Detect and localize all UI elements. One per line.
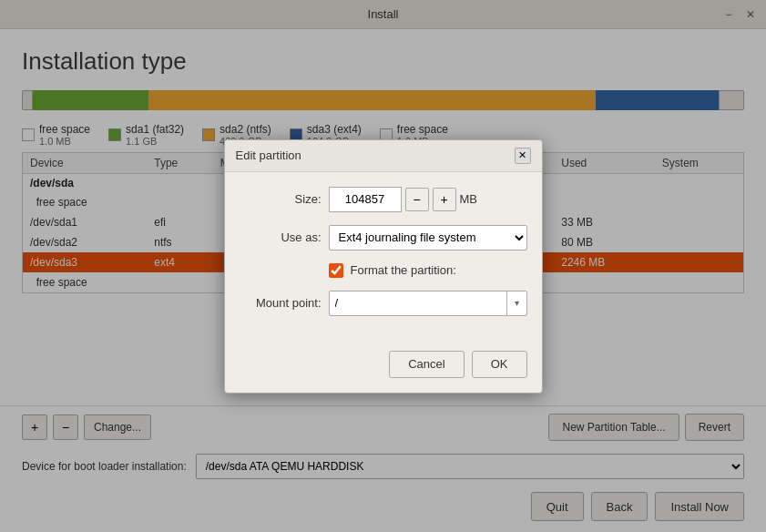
size-row: Size: − + MB bbox=[240, 187, 527, 212]
modal-body: Size: − + MB Use as: Ext4 journaling fil… bbox=[225, 172, 542, 343]
mount-point-label: Mount point: bbox=[240, 296, 322, 310]
modal-close-button[interactable]: ✕ bbox=[515, 148, 531, 164]
size-label: Size: bbox=[240, 192, 322, 206]
use-as-row: Use as: Ext4 journaling file system bbox=[240, 225, 527, 251]
format-partition-checkbox[interactable] bbox=[329, 263, 343, 278]
modal-footer: Cancel OK bbox=[225, 343, 542, 393]
size-input-group: − + MB bbox=[329, 187, 478, 212]
modal-header: Edit partition ✕ bbox=[225, 140, 542, 172]
use-as-select[interactable]: Ext4 journaling file system bbox=[329, 225, 527, 251]
format-row: Format the partition: bbox=[329, 263, 527, 278]
mount-dropdown-arrow[interactable]: ▾ bbox=[506, 292, 526, 315]
size-decrease-button[interactable]: − bbox=[405, 188, 429, 211]
mount-point-input[interactable] bbox=[330, 296, 506, 310]
cancel-button[interactable]: Cancel bbox=[389, 351, 464, 378]
mount-select-group: ▾ bbox=[329, 291, 527, 316]
use-as-label: Use as: bbox=[240, 230, 322, 244]
size-input[interactable] bbox=[329, 187, 402, 212]
size-unit: MB bbox=[460, 192, 478, 206]
modal-overlay: Edit partition ✕ Size: − + MB Use as: Ex… bbox=[0, 0, 766, 532]
size-increase-button[interactable]: + bbox=[433, 188, 456, 211]
format-partition-label: Format the partition: bbox=[351, 263, 456, 277]
ok-button[interactable]: OK bbox=[472, 351, 527, 378]
mount-point-row: Mount point: ▾ bbox=[240, 291, 527, 316]
edit-partition-modal: Edit partition ✕ Size: − + MB Use as: Ex… bbox=[224, 139, 543, 394]
modal-title: Edit partition bbox=[236, 148, 301, 162]
